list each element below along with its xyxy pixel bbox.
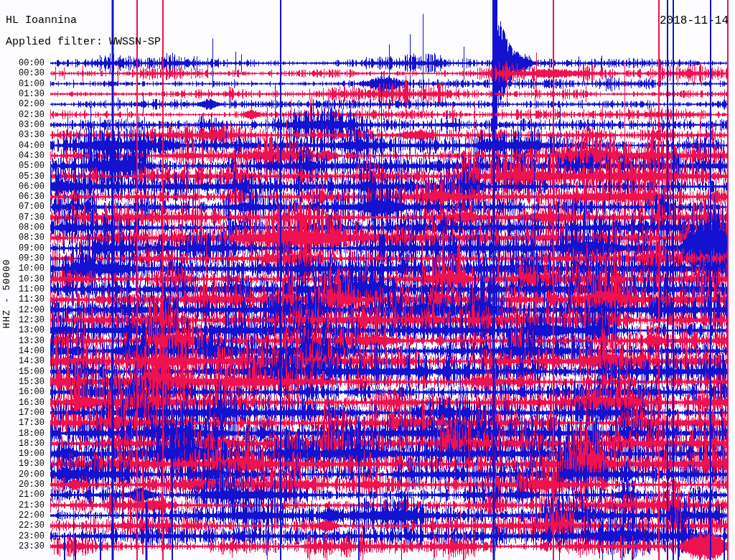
time-label-1930: 19:30 [0, 459, 45, 469]
time-label-0600: 06:00 [0, 182, 45, 192]
time-label-0800: 08:00 [0, 223, 45, 233]
time-label-2000: 20:00 [0, 470, 45, 480]
time-label-1300: 13:00 [0, 325, 45, 335]
time-label-1900: 19:00 [0, 449, 45, 459]
time-label-2030: 20:30 [0, 480, 45, 490]
time-label-0130: 01:30 [0, 89, 45, 99]
time-label-0330: 03:30 [0, 130, 45, 140]
time-label-1500: 15:00 [0, 367, 45, 377]
time-label-0300: 03:00 [0, 120, 45, 130]
time-label-1030: 10:30 [0, 274, 45, 284]
time-label-1230: 12:30 [0, 315, 45, 325]
time-label-0430: 04:30 [0, 151, 45, 161]
time-label-1530: 15:30 [0, 377, 45, 387]
time-label-2330: 23:30 [0, 541, 45, 551]
time-label-0400: 04:00 [0, 141, 45, 151]
time-label-1830: 18:30 [0, 439, 45, 449]
time-label-0900: 09:00 [0, 243, 45, 253]
time-label-2100: 21:00 [0, 490, 45, 500]
time-label-1200: 12:00 [0, 305, 45, 315]
time-label-1630: 16:30 [0, 398, 45, 408]
time-label-1700: 17:00 [0, 408, 45, 418]
time-label-0100: 01:00 [0, 79, 45, 89]
time-label-0930: 09:30 [0, 253, 45, 263]
time-label-2230: 22:30 [0, 521, 45, 531]
time-label-1800: 18:00 [0, 429, 45, 439]
time-label-1330: 13:30 [0, 336, 45, 346]
time-label-1600: 16:00 [0, 387, 45, 397]
time-label-0730: 07:30 [0, 213, 45, 223]
time-label-0500: 05:00 [0, 161, 45, 171]
time-label-1400: 14:00 [0, 346, 45, 356]
seismogram-canvas [0, 0, 735, 560]
time-label-0230: 02:30 [0, 110, 45, 120]
date-label: 2018-11-14 [660, 14, 729, 27]
time-label-1430: 14:30 [0, 356, 45, 366]
time-label-2200: 22:00 [0, 510, 45, 521]
time-label-2300: 23:00 [0, 531, 45, 541]
time-label-0200: 02:00 [0, 99, 45, 109]
time-label-0030: 00:30 [0, 68, 45, 78]
time-label-1130: 11:30 [0, 294, 45, 304]
time-label-0830: 08:30 [0, 233, 45, 243]
time-label-2130: 21:30 [0, 500, 45, 510]
time-label-1730: 17:30 [0, 418, 45, 428]
time-label-1100: 11:00 [0, 284, 45, 294]
time-label-0530: 05:30 [0, 172, 45, 182]
time-label-0000: 00:00 [0, 58, 45, 68]
time-label-0630: 06:30 [0, 192, 45, 202]
time-label-0700: 07:00 [0, 202, 45, 212]
filter-label: Applied filter: WWSSN-SP [6, 36, 161, 48]
time-label-1000: 10:00 [0, 263, 45, 274]
station-name: HL Ioannina [6, 14, 77, 27]
helicorder-page: HL Ioannina Applied filter: WWSSN-SP 201… [0, 0, 735, 560]
